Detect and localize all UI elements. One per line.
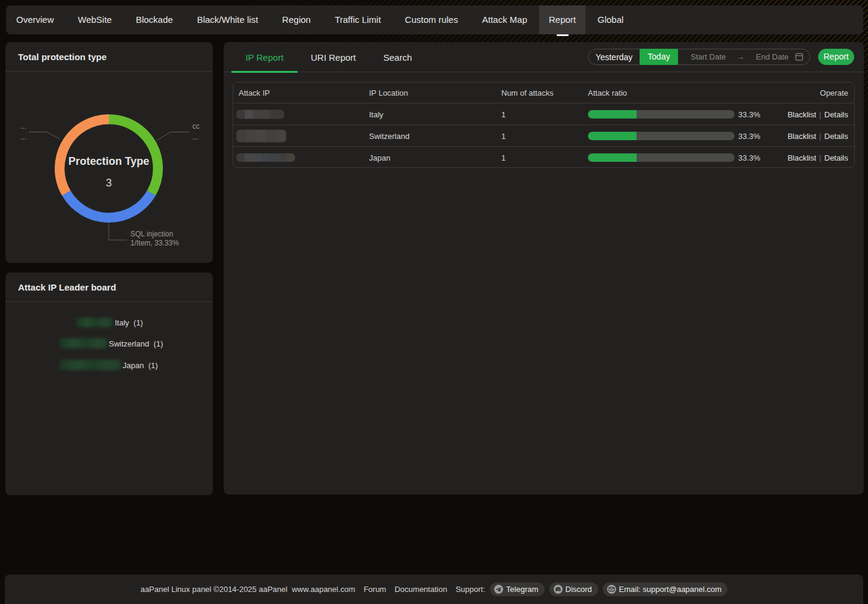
svg-text:Protection Type: Protection Type <box>69 155 150 167</box>
svg-text:1/Item, 33.33%: 1/Item, 33.33% <box>130 239 179 247</box>
svg-text:...: ... <box>192 133 198 141</box>
svg-text:SQL injection: SQL injection <box>130 230 173 238</box>
svg-text:3: 3 <box>106 177 112 189</box>
svg-text:...: ... <box>20 133 26 141</box>
svg-text:...: ... <box>20 122 26 131</box>
svg-text:cc: cc <box>192 122 200 131</box>
